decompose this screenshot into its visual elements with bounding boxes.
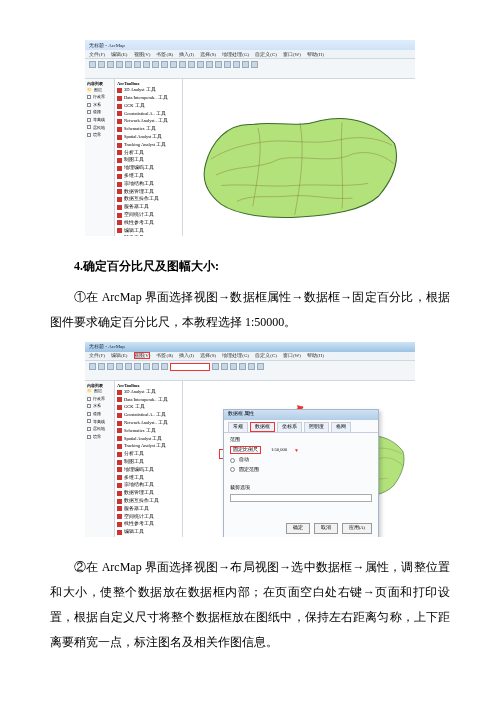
step1-paragraph: ①在 ArcMap 界面选择视图→数据框属性→数据框→固定百分比，根据图件要求确…	[50, 285, 450, 335]
toolbox-item: 数据管理工具	[117, 189, 180, 195]
tool-icon	[89, 61, 96, 68]
dlg-row	[230, 494, 372, 502]
tool-icon	[134, 61, 141, 68]
toolbox-list: 3D Analyst 工具 Data Interoperab.. 工具 GCK …	[117, 87, 180, 236]
toolbox-item: 宗地结构工具	[117, 181, 180, 187]
window-toolbars	[85, 361, 415, 381]
tool-icon	[107, 363, 114, 370]
apply-button: 应用(A)	[342, 523, 372, 533]
tool-icon	[257, 363, 264, 370]
toolbox-item: Network Analyst.. 工具	[117, 118, 180, 124]
window-toolbars	[85, 59, 415, 79]
window-titlebar: 无标题 - ArcMap	[85, 342, 415, 352]
toolbox-item: 空间统计工具	[117, 212, 180, 218]
toolbox-item: Schematics 工具	[117, 126, 180, 132]
section-heading: 4.确定百分比尺及图幅大小:	[50, 254, 450, 279]
tool-icon	[224, 61, 231, 68]
tool-icon	[233, 61, 240, 68]
tool-icon	[134, 363, 141, 370]
tool-icon	[239, 363, 246, 370]
toolbox-item: Spatial Analyst 工具	[117, 134, 180, 140]
toolbox-item: 数据互操作工具	[117, 196, 180, 202]
menu-edit: 编辑(E)	[111, 51, 127, 58]
toolbox-item: 线性参考工具	[117, 220, 180, 226]
toolbox-item: Tracking Analyst 工具	[117, 142, 180, 148]
menu-help: 帮助(H)	[307, 51, 324, 58]
toc-item: 水系	[87, 102, 112, 108]
tool-icon	[152, 61, 159, 68]
toolbox-item: Spatial Analyst 工具	[117, 436, 180, 442]
map-area	[195, 99, 405, 230]
tool-icon	[248, 363, 255, 370]
tool-icon	[206, 61, 213, 68]
window-title: 无标题 - ArcMap	[89, 343, 125, 350]
toolbox-item: 3D Analyst 工具	[117, 87, 180, 93]
menu-insert: 插入(I)	[179, 352, 194, 359]
dialog-tab: 格网	[331, 422, 351, 432]
toolbox-item: Tracking Analyst 工具	[117, 443, 180, 449]
menu-edit: 编辑(E)	[111, 352, 127, 359]
tool-icon	[242, 61, 249, 68]
toc-item: 行政界	[87, 94, 112, 100]
toolbox-item: 转换工具	[117, 235, 180, 236]
toolbox-item: 3D Analyst 工具	[117, 389, 180, 395]
toolbox-item: 空间统计工具	[117, 514, 180, 520]
arcmap-screenshot-dialog: 无标题 - ArcMap 文件(F) 编辑(E) 视图(V) 书签(B) 插入(…	[85, 342, 415, 537]
window-title: 无标题 - ArcMap	[89, 42, 125, 49]
tool-icon	[125, 363, 132, 370]
toolbox-item: GCK 工具	[117, 103, 180, 109]
menu-bookmark: 书签(B)	[156, 352, 173, 359]
menu-geoproc: 地理处理(G)	[222, 352, 249, 359]
tool-icon	[107, 61, 114, 68]
toolbox-item: 地理编码工具	[117, 467, 180, 473]
toolbox-item: 编辑工具	[117, 228, 180, 234]
toolbox-item: 编辑工具	[117, 529, 180, 535]
cancel-button: 取消	[314, 523, 338, 533]
menu-window: 窗口(W)	[283, 352, 301, 359]
dialog-tab: 坐标系	[277, 422, 302, 432]
tool-icon	[152, 363, 159, 370]
menu-custom: 自定义(C)	[255, 51, 277, 58]
toolbox-item: 宗地结构工具	[117, 482, 180, 488]
opt-auto: 自动	[239, 457, 249, 463]
menu-help: 帮助(H)	[307, 352, 324, 359]
toolbox-list: 3D Analyst 工具 Data Interoperab.. 工具 GCK …	[117, 389, 180, 537]
toolbox-item: 分析工具	[117, 451, 180, 457]
menu-geoproc: 地理处理(G)	[222, 51, 249, 58]
tool-icon	[251, 61, 258, 68]
tool-icon	[89, 363, 96, 370]
toc-panel: 内容列表 📁图层 行政界 水系 道路 等高线 居民地 境界	[85, 381, 115, 537]
dataframe-properties-dialog: 数据框 属性 常规 数据框 坐标系 照明度 格网 范围 固定比例尺 1:50,0…	[223, 409, 379, 537]
tool-icon	[197, 61, 204, 68]
toc-item: 居民地	[87, 426, 112, 432]
tool-icon	[179, 61, 186, 68]
toc-panel: 内容列表 📁图层 行政界 水系 道路 等高线 居民地 境界	[85, 79, 115, 236]
toc-item: 道路	[87, 411, 112, 417]
menu-view: 视图(V)	[134, 352, 151, 359]
fixed-scale-option: 固定比例尺	[230, 446, 261, 454]
tool-icon	[212, 363, 219, 370]
tool-icon	[230, 363, 237, 370]
dlg-row: 固定比例尺 1:50,000 ▼	[230, 446, 372, 454]
dialog-tab: 常规	[228, 422, 248, 432]
menu-file: 文件(F)	[89, 51, 105, 58]
toolbox-item: 多维工具	[117, 475, 180, 481]
dialog-buttons: 确定 取消 应用(A)	[286, 523, 372, 533]
toolbox-item: Geostatistical A.. 工具	[117, 412, 180, 418]
scale-value: 1:50,000	[271, 447, 287, 453]
tool-icon	[221, 363, 228, 370]
dlg-row: 自动	[230, 457, 372, 463]
tool-icon	[215, 61, 222, 68]
toolbox-item: 制图工具	[117, 459, 180, 465]
tool-icon	[170, 61, 177, 68]
toolbox-item: 服务器工具	[117, 204, 180, 210]
toolbox-item: Network Analyst.. 工具	[117, 420, 180, 426]
step2-paragraph: ②在 ArcMap 界面选择视图→布局视图→选中数据框→属性，调整位置和大小，使…	[50, 555, 450, 656]
tool-icon	[98, 61, 105, 68]
toolbox-item: Data Interoperab.. 工具	[117, 95, 180, 101]
toolbox-item: 数据互操作工具	[117, 498, 180, 504]
dialog-body: 范围 固定比例尺 1:50,000 ▼ 自动 固定范围	[224, 433, 378, 506]
toolbox-item: 线性参考工具	[117, 521, 180, 527]
arctoolbox-panel: ArcToolbox 3D Analyst 工具 Data Interopera…	[115, 79, 183, 236]
tool-icon	[161, 363, 168, 370]
